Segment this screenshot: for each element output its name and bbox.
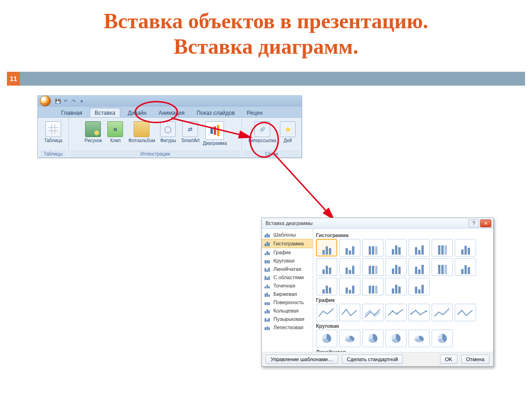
ribbon-panel: 💾 ↶ ↷ ▾ Главная Вставка Дизайн Анимация … xyxy=(37,95,302,158)
office-button[interactable] xyxy=(40,95,51,106)
side-templates[interactable]: Шаблоны xyxy=(262,231,313,239)
make-default-button[interactable]: Сделать стандартной xyxy=(342,355,403,364)
side-line[interactable]: График xyxy=(262,248,313,256)
tab-slideshow[interactable]: Показ слайдов xyxy=(192,108,240,117)
photoalbum-icon xyxy=(134,121,149,137)
chart-subtype-thumb[interactable] xyxy=(316,330,337,347)
side-radar[interactable]: Лепестковая xyxy=(262,323,313,331)
side-bar[interactable]: Линейчатая xyxy=(262,265,313,273)
chart-subtype-thumb[interactable] xyxy=(362,304,384,321)
chart-icon xyxy=(205,121,224,140)
chart-subtype-thumb[interactable] xyxy=(385,258,407,276)
chart-subtype-thumb[interactable] xyxy=(455,304,476,321)
chart-subtype-thumb[interactable] xyxy=(385,239,407,256)
dialog-main: Гистограмма xyxy=(313,229,493,352)
undo-icon[interactable]: ↶ xyxy=(62,98,69,104)
photoalbum-button[interactable]: Фотоальбом xyxy=(127,120,156,144)
chart-subtype-thumb[interactable] xyxy=(455,258,476,276)
close-button[interactable]: ✕ xyxy=(480,219,491,227)
chart-subtype-thumb[interactable] xyxy=(408,330,430,347)
svg-point-2 xyxy=(392,310,394,312)
chart-subtype-thumb[interactable] xyxy=(385,330,407,347)
chart-subtype-thumb[interactable] xyxy=(408,239,430,256)
group-links-label: Связи xyxy=(244,150,299,157)
line-thumbs xyxy=(316,304,490,321)
group-links: 🔗 Гиперссылка ⭐ Дей Связи xyxy=(242,118,302,157)
tab-insert[interactable]: Вставка xyxy=(90,108,121,117)
tab-design[interactable]: Дизайн xyxy=(123,108,151,117)
chart-subtype-thumb[interactable] xyxy=(362,330,384,347)
chart-subtype-thumb[interactable] xyxy=(316,278,337,295)
clip-button[interactable]: ✿ Клип xyxy=(105,120,126,144)
title-band xyxy=(7,72,525,86)
chart-subtype-thumb[interactable] xyxy=(339,239,360,256)
page-number-badge: 11 xyxy=(7,72,20,86)
chart-subtype-thumb[interactable] xyxy=(339,258,360,276)
hyperlink-button[interactable]: 🔗 Гиперссылка xyxy=(247,120,278,144)
chart-subtype-thumb[interactable] xyxy=(432,304,453,321)
tab-home[interactable]: Главная xyxy=(56,108,87,117)
chart-subtype-thumb[interactable] xyxy=(432,258,453,276)
chart-subtype-thumb[interactable] xyxy=(316,258,337,276)
manage-templates-button[interactable]: Управление шаблонами… xyxy=(266,355,338,364)
chart-subtype-thumb[interactable] xyxy=(432,239,453,256)
title-line-2: Вставка диаграмм. xyxy=(174,35,359,58)
tab-animation[interactable]: Анимация xyxy=(154,108,189,117)
chart-subtype-thumb[interactable] xyxy=(455,239,476,256)
side-stock[interactable]: Биржевая xyxy=(262,290,313,298)
dialog-titlebar: Вставка диаграммы ? ✕ xyxy=(262,218,493,229)
cancel-button[interactable]: Отмена xyxy=(461,355,489,364)
chart-subtype-thumb[interactable] xyxy=(385,278,407,295)
redo-icon[interactable]: ↷ xyxy=(70,98,77,104)
save-icon[interactable]: 💾 xyxy=(55,98,61,104)
shapes-icon: ◯ xyxy=(160,121,176,137)
chart-subtype-thumb[interactable] xyxy=(408,278,430,295)
title-line-1: Вставка объектов в презентацию. xyxy=(104,9,428,33)
tab-review[interactable]: Рецен xyxy=(242,108,267,117)
side-scatter[interactable]: Точечная xyxy=(262,281,313,290)
table-label: Таблица xyxy=(44,138,62,143)
chart-subtype-thumb[interactable] xyxy=(408,258,430,276)
dialog-title: Вставка диаграммы xyxy=(266,220,313,226)
group-illustrations: Рисунок ✿ Клип Фотоальбом ◯ Фигуры ⇄ Sma… xyxy=(69,118,242,157)
group-tables: Таблица Таблицы xyxy=(38,118,69,157)
action-icon: ⭐ xyxy=(280,121,296,137)
side-doughnut[interactable]: Кольцевая xyxy=(262,306,313,315)
dialog-footer: Управление шаблонами… Сделать стандартно… xyxy=(262,352,493,366)
side-surface[interactable]: Поверхность xyxy=(262,298,313,306)
side-pie[interactable]: Круговая xyxy=(262,256,313,265)
picture-button[interactable]: Рисунок xyxy=(82,120,104,144)
table-icon xyxy=(45,121,61,137)
chart-subtype-thumb[interactable] xyxy=(432,330,453,347)
insert-chart-dialog: Вставка диаграммы ? ✕ Шаблоны Гистограмм… xyxy=(261,218,494,367)
histogram-thumbs xyxy=(316,239,490,295)
svg-point-5 xyxy=(425,310,427,312)
picture-icon xyxy=(85,121,101,137)
shapes-button[interactable]: ◯ Фигуры xyxy=(157,120,179,144)
action-button[interactable]: ⭐ Дей xyxy=(279,120,297,144)
chart-subtype-thumb[interactable] xyxy=(385,304,407,321)
chart-subtype-thumb[interactable] xyxy=(316,304,337,321)
table-button[interactable]: Таблица xyxy=(43,120,64,144)
ok-button[interactable]: OK xyxy=(440,355,458,364)
side-histogram[interactable]: Гистограмма xyxy=(262,239,313,248)
help-button[interactable]: ? xyxy=(468,219,479,227)
section-line-label: График xyxy=(316,297,490,303)
smartart-button[interactable]: ⇄ SmartArt xyxy=(179,120,201,144)
chart-subtype-thumb[interactable] xyxy=(362,278,384,295)
chart-button[interactable]: Диаграмма xyxy=(202,120,228,147)
side-bubble[interactable]: Пузырьковая xyxy=(262,315,313,323)
hyperlink-icon: 🔗 xyxy=(254,121,270,137)
chart-subtype-thumb[interactable] xyxy=(316,239,337,256)
chart-subtype-thumb[interactable] xyxy=(339,330,360,347)
chart-subtype-thumb[interactable] xyxy=(408,304,430,321)
side-area[interactable]: С областями xyxy=(262,273,313,281)
qat-dropdown-icon[interactable]: ▾ xyxy=(78,98,85,104)
chart-subtype-thumb[interactable] xyxy=(362,258,384,276)
section-histogram-label: Гистограмма xyxy=(316,232,490,238)
chart-subtype-thumb[interactable] xyxy=(339,304,360,321)
chart-subtype-thumb[interactable] xyxy=(362,239,384,256)
group-illustrations-label: Иллюстрации xyxy=(71,150,240,157)
chart-subtype-thumb[interactable] xyxy=(339,278,360,295)
ribbon-body: Таблица Таблицы Рисунок ✿ Клип Фотоальбо… xyxy=(38,118,302,157)
